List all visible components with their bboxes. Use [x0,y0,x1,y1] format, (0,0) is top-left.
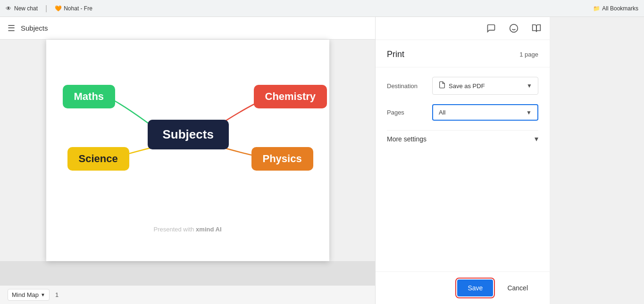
selector-arrow: ▼ [41,292,45,297]
page-number: 1 [55,291,59,298]
action-buttons: Save Cancel [376,271,550,304]
print-panel: Print 1 page Destination Save as P [375,17,550,304]
bottom-bar: Mind Map ▼ 1 [0,285,375,304]
nohat-icon: 🧡 [55,5,62,12]
app-title: Subjects [21,24,48,32]
left-panel: ☰ Subjects Subjects [0,17,375,304]
bookmarks-label: All Bookmarks [602,5,638,12]
emoji-icon-btn[interactable] [506,21,521,36]
print-form: Destination Save as PDF ▼ [376,67,550,271]
nohat-tab[interactable]: 🧡 Nohat - Fre [55,5,92,12]
more-settings-chevron-icon: ▾ [535,134,538,143]
watermark: Presented with xmind AI [153,226,221,233]
save-button[interactable]: Save [457,279,493,296]
cancel-button[interactable]: Cancel [497,279,538,296]
destination-select[interactable]: Save as PDF ▼ [432,77,538,95]
browser-bar: 👁 New chat | 🧡 Nohat - Fre 📁 All Bookmar… [0,0,644,17]
node-science: Science [67,147,129,171]
destination-dropdown-icon: ▼ [527,82,532,89]
mindmap-type-selector[interactable]: Mind Map ▼ [8,289,50,301]
pages-row: Pages All ▼ [387,104,538,121]
pages-select[interactable]: All ▼ [432,104,538,121]
node-physics: Physics [251,147,313,171]
node-subjects: Subjects [148,120,229,149]
print-title: Print [387,49,404,59]
emoji-icon [509,24,519,33]
comment-icon-btn[interactable] [484,21,499,36]
print-preview-page: Subjects Maths Chemistry Science Physics… [46,40,329,261]
more-settings-label: More settings [387,135,427,143]
print-header: Print 1 page [376,40,550,67]
book-icon [532,24,541,33]
destination-label: Destination [387,82,425,90]
destination-value: Save as PDF [449,82,485,90]
pages-value: All [439,109,445,116]
mindmap-selector-label: Mind Map [12,291,39,298]
app-header: ☰ Subjects [0,17,375,40]
nohat-label: Nohat - Fre [64,5,92,12]
node-chemistry: Chemistry [254,85,327,108]
new-chat-tab[interactable]: 👁 New chat [6,5,38,12]
pages-label: Pages [387,109,425,116]
destination-row: Destination Save as PDF ▼ [387,77,538,95]
more-settings-row[interactable]: More settings ▾ [387,130,538,147]
gray-area [0,261,375,285]
right-icons-bar [376,17,550,40]
bookmarks-bar[interactable]: 📁 All Bookmarks [593,5,638,12]
bookmark-icon: 📁 [593,5,600,12]
comment-icon [486,24,496,33]
pages-dropdown-icon: ▼ [526,109,532,116]
book-icon-btn[interactable] [529,21,544,36]
svg-point-0 [510,25,518,33]
new-chat-label: New chat [14,5,38,12]
hamburger-icon[interactable]: ☰ [8,23,15,33]
main-layout: ☰ Subjects Subjects [0,17,644,304]
mindmap-container: Subjects Maths Chemistry Science Physics… [0,40,375,261]
eye-icon: 👁 [6,5,11,12]
pages-count: 1 page [519,51,538,58]
node-maths: Maths [63,85,116,108]
pdf-icon [438,81,446,90]
